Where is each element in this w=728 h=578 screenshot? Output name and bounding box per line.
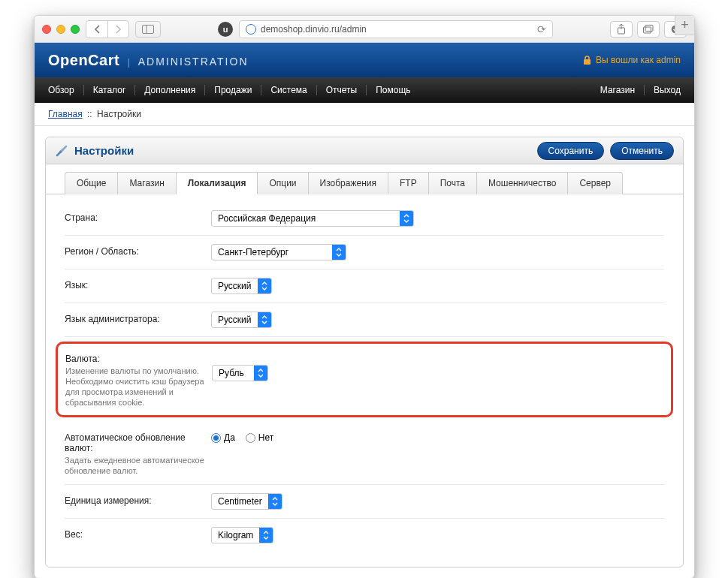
tab-localization[interactable]: Локализация bbox=[177, 172, 258, 194]
menu-extensions[interactable]: Дополнения bbox=[135, 85, 205, 95]
chevron-updown-icon bbox=[259, 528, 273, 543]
logo: OpenCart | ADMINISTRATION bbox=[48, 52, 249, 69]
tab-store[interactable]: Магазин bbox=[118, 172, 176, 194]
currency-highlight: Валюта: Изменение валюты по умолчанию. Н… bbox=[56, 342, 673, 417]
row-auto-update: Автоматическое обновление валют: Задать … bbox=[65, 422, 664, 485]
row-unit: Единица измерения: Centimeter bbox=[65, 485, 664, 519]
cancel-button[interactable]: Отменить bbox=[610, 142, 674, 160]
url-text: demoshop.dinvio.ru/admin bbox=[261, 24, 367, 35]
tabs-button[interactable] bbox=[637, 21, 660, 38]
address-bar[interactable]: demoshop.dinvio.ru/admin ⟳ bbox=[239, 20, 553, 38]
menu-catalog[interactable]: Каталог bbox=[84, 85, 136, 95]
minimize-window[interactable] bbox=[56, 25, 65, 34]
row-language: Язык: Русский bbox=[65, 269, 664, 303]
menu-reports[interactable]: Отчеты bbox=[317, 85, 367, 95]
unit-select[interactable]: Centimeter bbox=[211, 493, 282, 510]
chevron-updown-icon bbox=[258, 278, 271, 294]
radio-icon bbox=[246, 433, 255, 443]
region-select[interactable]: Санкт-Петербург bbox=[211, 244, 346, 260]
menu-store[interactable]: Магазин bbox=[600, 85, 645, 95]
radio-no[interactable]: Нет bbox=[246, 432, 273, 443]
chevron-updown-icon bbox=[258, 312, 271, 327]
radio-yes[interactable]: Да bbox=[211, 432, 235, 443]
sidebar-button[interactable] bbox=[135, 21, 161, 38]
extension-icon[interactable]: u bbox=[218, 22, 233, 37]
save-button[interactable]: Сохранить bbox=[537, 142, 605, 160]
menu-sales[interactable]: Продажи bbox=[205, 85, 261, 95]
site-icon bbox=[246, 24, 256, 35]
breadcrumb-home[interactable]: Главная bbox=[48, 109, 83, 119]
weight-select[interactable]: Kilogram bbox=[211, 527, 273, 543]
currency-select[interactable]: Рубль bbox=[212, 365, 268, 381]
admin-language-select[interactable]: Русский bbox=[211, 312, 272, 328]
language-select[interactable]: Русский bbox=[211, 278, 272, 294]
menu-logout[interactable]: Выход bbox=[645, 85, 681, 95]
main-menu: Обзор Каталог Дополнения Продажи Система… bbox=[35, 77, 694, 103]
browser-toolbar: u demoshop.dinvio.ru/admin ⟳ + bbox=[35, 16, 694, 43]
nav-buttons bbox=[86, 20, 129, 38]
login-status: Вы вошли как admin bbox=[583, 55, 681, 65]
close-window[interactable] bbox=[42, 25, 51, 34]
tab-server[interactable]: Сервер bbox=[568, 172, 623, 194]
chevron-updown-icon bbox=[332, 245, 346, 260]
back-button[interactable] bbox=[86, 21, 107, 38]
tab-ftp[interactable]: FTP bbox=[388, 172, 429, 194]
share-button[interactable] bbox=[610, 21, 633, 38]
forward-button[interactable] bbox=[107, 21, 128, 38]
breadcrumb: Главная :: Настройки bbox=[35, 103, 694, 126]
lock-icon bbox=[583, 56, 591, 65]
row-country: Страна: Российская Федерация bbox=[65, 202, 664, 236]
panel-title: Настройки bbox=[74, 144, 134, 157]
chevron-updown-icon bbox=[268, 494, 282, 509]
settings-panel: Настройки Сохранить Отменить Общие Магаз… bbox=[45, 137, 684, 567]
new-tab-button[interactable]: + bbox=[675, 16, 694, 35]
breadcrumb-current: Настройки bbox=[97, 109, 141, 119]
row-currency: Валюта: Изменение валюты по умолчанию. Н… bbox=[65, 350, 663, 409]
menu-overview[interactable]: Обзор bbox=[48, 85, 84, 95]
menu-system[interactable]: Система bbox=[261, 85, 316, 95]
maximize-window[interactable] bbox=[71, 25, 80, 34]
country-select[interactable]: Российская Федерация bbox=[211, 210, 414, 227]
tab-general[interactable]: Общие bbox=[65, 172, 118, 194]
tab-options[interactable]: Опции bbox=[258, 172, 308, 194]
svg-rect-6 bbox=[584, 59, 591, 65]
row-weight: Вес: Kilogram bbox=[65, 519, 664, 552]
reload-icon[interactable]: ⟳ bbox=[537, 23, 546, 35]
svg-rect-0 bbox=[143, 25, 154, 33]
chevron-updown-icon bbox=[400, 211, 413, 226]
svg-rect-4 bbox=[645, 25, 653, 31]
settings-icon bbox=[55, 144, 68, 158]
tab-bar: Общие Магазин Локализация Опции Изображе… bbox=[46, 164, 683, 194]
svg-point-8 bbox=[61, 149, 64, 152]
tab-mail[interactable]: Почта bbox=[429, 172, 477, 194]
chevron-updown-icon bbox=[254, 366, 267, 381]
row-region: Регион / Область: Санкт-Петербург bbox=[65, 236, 664, 269]
svg-rect-3 bbox=[644, 27, 651, 33]
tab-fraud[interactable]: Мошенничество bbox=[477, 172, 568, 194]
tab-images[interactable]: Изображения bbox=[309, 172, 388, 194]
radio-icon bbox=[211, 433, 221, 443]
admin-header: OpenCart | ADMINISTRATION Вы вошли как a… bbox=[35, 43, 694, 77]
menu-help[interactable]: Помощь bbox=[367, 85, 419, 95]
row-admin-language: Язык администратора: Русский bbox=[65, 303, 664, 337]
window-controls bbox=[42, 25, 80, 34]
